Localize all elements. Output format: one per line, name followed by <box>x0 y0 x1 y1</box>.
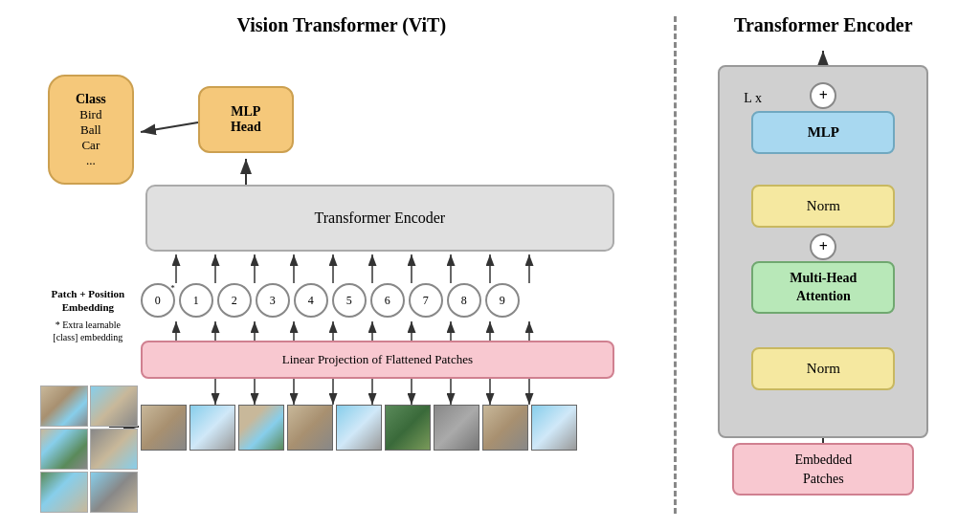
token-7: 7 <box>409 283 443 318</box>
section-divider <box>674 16 677 514</box>
token-1: 1 <box>179 283 213 318</box>
token-8: 8 <box>447 283 481 318</box>
tokens-row: 0 * 1 2 3 4 5 6 7 8 9 <box>141 283 520 318</box>
orig-img-2 <box>90 386 138 427</box>
token-6: 6 <box>370 283 405 318</box>
original-images <box>40 386 138 513</box>
orig-img-5 <box>40 472 88 513</box>
orig-img-3 <box>40 429 88 470</box>
transformer-encoder-label: Transformer Encoder <box>314 209 445 227</box>
patch-4 <box>287 405 333 451</box>
embedding-note: * Extra learnable[class] embedding <box>35 319 141 343</box>
enc-mlp-label: MLP <box>808 124 839 141</box>
embedded-patches-box: EmbeddedPatches <box>732 443 914 496</box>
mlp-head-box: MLP Head <box>198 86 294 153</box>
orig-img-6 <box>90 472 138 513</box>
patch-5 <box>336 405 382 451</box>
enc-norm2-box: Norm <box>751 347 895 390</box>
class-label: Class <box>76 92 106 107</box>
token-0: 0 * <box>141 283 175 318</box>
token-star: * <box>170 283 175 293</box>
main-container: Vision Transformer (ViT) <box>0 0 980 529</box>
class-box: Class Bird Ball Car ... <box>48 75 134 185</box>
token-3: 3 <box>256 283 290 318</box>
embedding-label-text: Patch + PositionEmbedding <box>52 288 125 313</box>
image-patches-row <box>141 405 577 451</box>
token-2: 2 <box>217 283 252 318</box>
class-item-dots: ... <box>86 153 96 168</box>
embedding-label: Patch + PositionEmbedding * Extra learna… <box>35 287 141 343</box>
enc-norm1-label: Norm <box>807 198 840 214</box>
linear-proj-box: Linear Projection of Flattened Patches <box>141 341 614 379</box>
token-9: 9 <box>485 283 520 318</box>
token-5: 5 <box>332 283 367 318</box>
mlp-head-line2: Head <box>231 120 261 135</box>
encoder-diagram: L x + MLP Norm + Multi-Head Attention <box>699 46 947 515</box>
patch-9 <box>531 405 577 451</box>
linear-proj-label: Linear Projection of Flattened Patches <box>282 352 473 367</box>
patch-6 <box>385 405 431 451</box>
svg-line-1 <box>141 122 198 132</box>
enc-mha-line1: Multi-Head <box>790 270 857 287</box>
encoder-section: Transformer Encoder <box>686 10 961 519</box>
vit-title: Vision Transformer (ViT) <box>237 14 447 36</box>
enc-norm2-label: Norm <box>807 361 840 377</box>
enc-mha-box: Multi-Head Attention <box>751 261 895 314</box>
orig-img-4 <box>90 429 138 470</box>
encoder-title: Transformer Encoder <box>734 14 912 36</box>
embedded-patches-label: EmbeddedPatches <box>794 451 852 488</box>
plus-top-symbol: + <box>819 87 828 104</box>
patch-7 <box>434 405 479 451</box>
vit-section: Vision Transformer (ViT) <box>19 10 664 519</box>
plus-mid-symbol: + <box>819 238 828 255</box>
vit-diagram: Class Bird Ball Car ... MLP Head Transfo… <box>31 46 653 505</box>
lx-label: L x <box>744 91 762 106</box>
orig-img-1 <box>40 386 88 427</box>
patch-3 <box>238 405 284 451</box>
enc-mha-line2: Attention <box>796 288 851 305</box>
patch-8 <box>482 405 528 451</box>
enc-norm1-box: Norm <box>751 185 895 228</box>
token-0-label: 0 <box>155 294 161 308</box>
enc-mlp-box: MLP <box>751 111 895 154</box>
class-item-ball: Ball <box>80 122 101 138</box>
transformer-encoder-box: Transformer Encoder <box>145 185 614 252</box>
class-item-car: Car <box>81 138 100 153</box>
class-item-bird: Bird <box>79 107 101 122</box>
mlp-head-line1: MLP <box>231 104 260 120</box>
patch-2 <box>189 405 235 451</box>
patch-1 <box>141 405 187 451</box>
token-4: 4 <box>294 283 328 318</box>
